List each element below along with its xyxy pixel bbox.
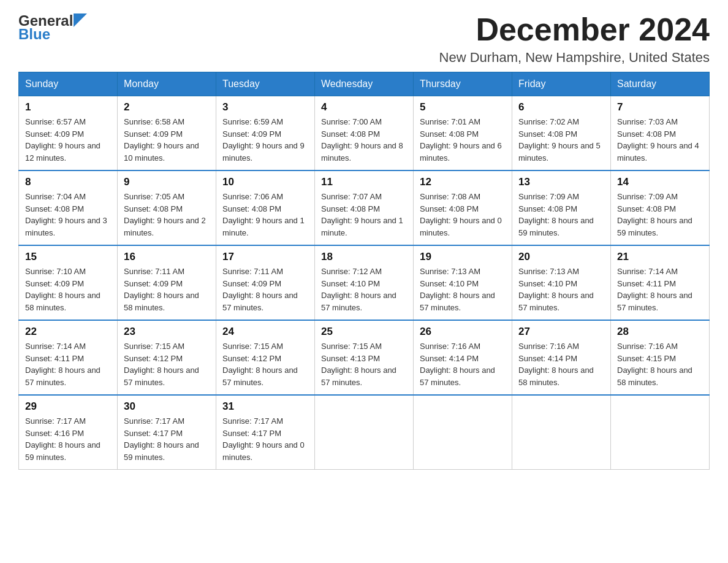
day-cell: 17 Sunrise: 7:11 AM Sunset: 4:09 PM Dayl… [216,245,315,320]
day-info: Sunrise: 7:13 AM Sunset: 4:10 PM Dayligh… [518,266,604,313]
day-number: 29 [25,400,111,413]
sunrise-label: Sunrise: 7:01 AM [420,117,480,126]
day-number: 9 [124,176,210,188]
sunrise-label: Sunrise: 7:09 AM [617,192,678,201]
day-cell: 24 Sunrise: 7:15 AM Sunset: 4:12 PM Dayl… [216,320,315,395]
day-cell [414,395,512,470]
calendar-table: Sunday Monday Tuesday Wednesday Thursday… [18,72,710,470]
sunrise-label: Sunrise: 7:00 AM [321,117,382,126]
day-number: 5 [420,101,506,113]
sunset-label: Sunset: 4:09 PM [124,279,183,288]
day-number: 8 [25,176,111,188]
day-number: 11 [321,176,407,188]
day-info: Sunrise: 6:59 AM Sunset: 4:09 PM Dayligh… [222,116,308,164]
daylight-label: Daylight: 8 hours and 58 minutes. [518,366,594,387]
week-row-5: 29 Sunrise: 7:17 AM Sunset: 4:16 PM Dayl… [19,395,710,470]
day-info: Sunrise: 7:03 AM Sunset: 4:08 PM Dayligh… [617,116,703,164]
day-cell: 9 Sunrise: 7:05 AM Sunset: 4:08 PM Dayli… [118,170,216,245]
sunrise-label: Sunrise: 7:11 AM [222,267,283,276]
day-cell: 29 Sunrise: 7:17 AM Sunset: 4:16 PM Dayl… [19,395,118,470]
day-cell [512,395,611,470]
week-row-3: 15 Sunrise: 7:10 AM Sunset: 4:09 PM Dayl… [19,245,710,320]
sunset-label: Sunset: 4:14 PM [518,354,577,363]
day-cell: 27 Sunrise: 7:16 AM Sunset: 4:14 PM Dayl… [512,320,611,395]
sunrise-label: Sunrise: 7:11 AM [124,267,184,276]
sunset-label: Sunset: 4:08 PM [518,129,577,139]
sunrise-label: Sunrise: 7:10 AM [25,267,86,276]
daylight-label: Daylight: 9 hours and 6 minutes. [420,141,502,163]
sunset-label: Sunset: 4:09 PM [222,279,281,288]
sunrise-label: Sunrise: 6:58 AM [124,117,184,126]
sunset-label: Sunset: 4:12 PM [124,354,183,363]
sunset-label: Sunset: 4:09 PM [25,279,84,288]
sunrise-label: Sunrise: 6:57 AM [25,117,86,126]
day-number: 12 [420,176,506,188]
day-cell: 16 Sunrise: 7:11 AM Sunset: 4:09 PM Dayl… [118,245,216,320]
day-cell: 2 Sunrise: 6:58 AM Sunset: 4:09 PM Dayli… [118,96,216,171]
header-sunday: Sunday [19,72,118,96]
day-cell: 15 Sunrise: 7:10 AM Sunset: 4:09 PM Dayl… [19,245,118,320]
sunset-label: Sunset: 4:17 PM [124,429,183,438]
daylight-label: Daylight: 8 hours and 58 minutes. [25,291,100,312]
sunrise-label: Sunrise: 7:06 AM [222,192,283,201]
header-tuesday: Tuesday [216,72,315,96]
day-info: Sunrise: 6:58 AM Sunset: 4:09 PM Dayligh… [124,116,210,164]
day-info: Sunrise: 7:11 AM Sunset: 4:09 PM Dayligh… [124,266,210,313]
daylight-label: Daylight: 8 hours and 59 minutes. [124,440,199,462]
sunset-label: Sunset: 4:08 PM [321,204,380,213]
svg-marker-0 [74,13,87,27]
sunrise-label: Sunrise: 7:04 AM [25,192,86,201]
day-number: 25 [321,326,407,338]
day-number: 24 [222,326,308,338]
day-cell: 30 Sunrise: 7:17 AM Sunset: 4:17 PM Dayl… [118,395,216,470]
sunset-label: Sunset: 4:11 PM [617,279,676,288]
day-cell [315,395,414,470]
header-wednesday: Wednesday [315,72,414,96]
day-cell: 31 Sunrise: 7:17 AM Sunset: 4:17 PM Dayl… [216,395,315,470]
day-info: Sunrise: 6:57 AM Sunset: 4:09 PM Dayligh… [25,116,111,164]
sunrise-label: Sunrise: 7:17 AM [124,416,184,426]
day-cell: 14 Sunrise: 7:09 AM Sunset: 4:08 PM Dayl… [611,170,710,245]
day-cell: 20 Sunrise: 7:13 AM Sunset: 4:10 PM Dayl… [512,245,611,320]
day-info: Sunrise: 7:02 AM Sunset: 4:08 PM Dayligh… [518,116,604,164]
daylight-label: Daylight: 8 hours and 57 minutes. [518,291,594,312]
day-number: 20 [518,251,604,263]
daylight-label: Daylight: 9 hours and 1 minute. [321,216,403,237]
day-info: Sunrise: 7:15 AM Sunset: 4:13 PM Dayligh… [321,340,407,388]
day-number: 31 [222,400,308,413]
daylight-label: Daylight: 8 hours and 57 minutes. [222,366,298,387]
day-info: Sunrise: 7:07 AM Sunset: 4:08 PM Dayligh… [321,191,407,239]
daylight-label: Daylight: 9 hours and 10 minutes. [124,141,199,163]
sunrise-label: Sunrise: 7:15 AM [321,342,382,351]
sunrise-label: Sunrise: 7:07 AM [321,192,382,201]
sunset-label: Sunset: 4:10 PM [518,279,577,288]
day-number: 3 [222,101,308,113]
day-info: Sunrise: 7:08 AM Sunset: 4:08 PM Dayligh… [420,191,506,239]
daylight-label: Daylight: 9 hours and 0 minutes. [222,440,305,462]
day-info: Sunrise: 7:14 AM Sunset: 4:11 PM Dayligh… [617,266,703,313]
day-cell [611,395,710,470]
sunset-label: Sunset: 4:08 PM [321,129,380,139]
day-cell: 10 Sunrise: 7:06 AM Sunset: 4:08 PM Dayl… [216,170,315,245]
daylight-label: Daylight: 8 hours and 57 minutes. [420,366,495,387]
day-number: 17 [222,251,308,263]
day-number: 27 [518,326,604,338]
day-number: 21 [617,251,703,263]
sunset-label: Sunset: 4:09 PM [25,129,84,139]
daylight-label: Daylight: 9 hours and 3 minutes. [25,216,107,237]
sunset-label: Sunset: 4:08 PM [25,204,84,213]
sunset-label: Sunset: 4:15 PM [617,354,676,363]
day-info: Sunrise: 7:17 AM Sunset: 4:17 PM Dayligh… [124,415,210,463]
header-monday: Monday [118,72,216,96]
day-number: 2 [124,101,210,113]
day-info: Sunrise: 7:14 AM Sunset: 4:11 PM Dayligh… [25,340,111,388]
week-row-4: 22 Sunrise: 7:14 AM Sunset: 4:11 PM Dayl… [19,320,710,395]
daylight-label: Daylight: 8 hours and 59 minutes. [25,440,100,462]
day-cell: 18 Sunrise: 7:12 AM Sunset: 4:10 PM Dayl… [315,245,414,320]
daylight-label: Daylight: 9 hours and 0 minutes. [420,216,502,237]
daylight-label: Daylight: 8 hours and 58 minutes. [617,366,692,387]
sunrise-label: Sunrise: 7:02 AM [518,117,579,126]
daylight-label: Daylight: 8 hours and 57 minutes. [321,366,396,387]
day-cell: 7 Sunrise: 7:03 AM Sunset: 4:08 PM Dayli… [611,96,710,171]
daylight-label: Daylight: 8 hours and 57 minutes. [25,366,100,387]
